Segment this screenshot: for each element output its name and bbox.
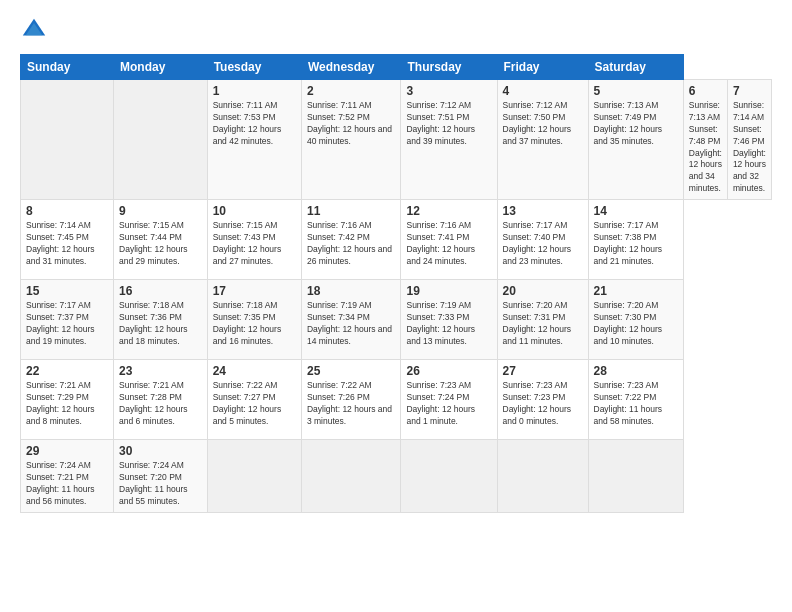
day-info: Sunrise: 7:15 AMSunset: 7:43 PMDaylight:… <box>213 220 296 268</box>
day-number: 13 <box>503 204 583 218</box>
day-info: Sunrise: 7:19 AMSunset: 7:33 PMDaylight:… <box>406 300 491 348</box>
empty-cell <box>21 80 114 200</box>
calendar-cell: 23Sunrise: 7:21 AMSunset: 7:28 PMDayligh… <box>114 360 208 440</box>
calendar-cell: 8Sunrise: 7:14 AMSunset: 7:45 PMDaylight… <box>21 200 114 280</box>
calendar-cell: 17Sunrise: 7:18 AMSunset: 7:35 PMDayligh… <box>207 280 301 360</box>
calendar-cell: 14Sunrise: 7:17 AMSunset: 7:38 PMDayligh… <box>588 200 683 280</box>
day-number: 29 <box>26 444 108 458</box>
calendar-cell: 24Sunrise: 7:22 AMSunset: 7:27 PMDayligh… <box>207 360 301 440</box>
day-info: Sunrise: 7:14 AMSunset: 7:46 PMDaylight:… <box>733 100 766 195</box>
day-number: 20 <box>503 284 583 298</box>
day-number: 23 <box>119 364 202 378</box>
day-info: Sunrise: 7:17 AMSunset: 7:40 PMDaylight:… <box>503 220 583 268</box>
day-info: Sunrise: 7:15 AMSunset: 7:44 PMDaylight:… <box>119 220 202 268</box>
day-info: Sunrise: 7:11 AMSunset: 7:53 PMDaylight:… <box>213 100 296 148</box>
calendar-cell: 4Sunrise: 7:12 AMSunset: 7:50 PMDaylight… <box>497 80 588 200</box>
day-number: 2 <box>307 84 396 98</box>
day-info: Sunrise: 7:23 AMSunset: 7:22 PMDaylight:… <box>594 380 678 428</box>
calendar-cell: 28Sunrise: 7:23 AMSunset: 7:22 PMDayligh… <box>588 360 683 440</box>
day-number: 18 <box>307 284 396 298</box>
calendar-cell <box>588 440 683 513</box>
day-number: 12 <box>406 204 491 218</box>
calendar-cell: 15Sunrise: 7:17 AMSunset: 7:37 PMDayligh… <box>21 280 114 360</box>
day-number: 17 <box>213 284 296 298</box>
calendar-cell: 3Sunrise: 7:12 AMSunset: 7:51 PMDaylight… <box>401 80 497 200</box>
day-info: Sunrise: 7:23 AMSunset: 7:23 PMDaylight:… <box>503 380 583 428</box>
day-info: Sunrise: 7:16 AMSunset: 7:41 PMDaylight:… <box>406 220 491 268</box>
calendar-cell: 20Sunrise: 7:20 AMSunset: 7:31 PMDayligh… <box>497 280 588 360</box>
day-number: 4 <box>503 84 583 98</box>
day-number: 28 <box>594 364 678 378</box>
day-number: 22 <box>26 364 108 378</box>
weekday-header-sunday: Sunday <box>21 55 114 80</box>
day-info: Sunrise: 7:13 AMSunset: 7:48 PMDaylight:… <box>689 100 722 195</box>
day-info: Sunrise: 7:24 AMSunset: 7:20 PMDaylight:… <box>119 460 202 508</box>
day-number: 3 <box>406 84 491 98</box>
calendar-table: SundayMondayTuesdayWednesdayThursdayFrid… <box>20 54 772 513</box>
weekday-header-thursday: Thursday <box>401 55 497 80</box>
day-number: 15 <box>26 284 108 298</box>
calendar-cell: 5Sunrise: 7:13 AMSunset: 7:49 PMDaylight… <box>588 80 683 200</box>
calendar-cell: 16Sunrise: 7:18 AMSunset: 7:36 PMDayligh… <box>114 280 208 360</box>
page-header <box>20 16 772 44</box>
day-number: 6 <box>689 84 722 98</box>
calendar-cell: 30Sunrise: 7:24 AMSunset: 7:20 PMDayligh… <box>114 440 208 513</box>
calendar-cell: 21Sunrise: 7:20 AMSunset: 7:30 PMDayligh… <box>588 280 683 360</box>
weekday-header-saturday: Saturday <box>588 55 683 80</box>
day-number: 21 <box>594 284 678 298</box>
weekday-header-monday: Monday <box>114 55 208 80</box>
day-info: Sunrise: 7:22 AMSunset: 7:27 PMDaylight:… <box>213 380 296 428</box>
calendar-cell: 6Sunrise: 7:13 AMSunset: 7:48 PMDaylight… <box>683 80 727 200</box>
day-info: Sunrise: 7:18 AMSunset: 7:36 PMDaylight:… <box>119 300 202 348</box>
day-number: 1 <box>213 84 296 98</box>
day-info: Sunrise: 7:14 AMSunset: 7:45 PMDaylight:… <box>26 220 108 268</box>
day-info: Sunrise: 7:24 AMSunset: 7:21 PMDaylight:… <box>26 460 108 508</box>
calendar-cell: 2Sunrise: 7:11 AMSunset: 7:52 PMDaylight… <box>301 80 401 200</box>
calendar-cell <box>497 440 588 513</box>
calendar-cell: 13Sunrise: 7:17 AMSunset: 7:40 PMDayligh… <box>497 200 588 280</box>
day-number: 10 <box>213 204 296 218</box>
day-number: 26 <box>406 364 491 378</box>
day-info: Sunrise: 7:17 AMSunset: 7:37 PMDaylight:… <box>26 300 108 348</box>
calendar-cell: 12Sunrise: 7:16 AMSunset: 7:41 PMDayligh… <box>401 200 497 280</box>
calendar-cell: 9Sunrise: 7:15 AMSunset: 7:44 PMDaylight… <box>114 200 208 280</box>
day-number: 9 <box>119 204 202 218</box>
calendar-cell: 19Sunrise: 7:19 AMSunset: 7:33 PMDayligh… <box>401 280 497 360</box>
day-number: 27 <box>503 364 583 378</box>
day-info: Sunrise: 7:12 AMSunset: 7:50 PMDaylight:… <box>503 100 583 148</box>
calendar-cell: 10Sunrise: 7:15 AMSunset: 7:43 PMDayligh… <box>207 200 301 280</box>
weekday-header-tuesday: Tuesday <box>207 55 301 80</box>
calendar-cell: 1Sunrise: 7:11 AMSunset: 7:53 PMDaylight… <box>207 80 301 200</box>
calendar-cell: 29Sunrise: 7:24 AMSunset: 7:21 PMDayligh… <box>21 440 114 513</box>
calendar-cell: 27Sunrise: 7:23 AMSunset: 7:23 PMDayligh… <box>497 360 588 440</box>
day-number: 16 <box>119 284 202 298</box>
day-number: 24 <box>213 364 296 378</box>
day-number: 8 <box>26 204 108 218</box>
calendar-cell <box>401 440 497 513</box>
weekday-header-wednesday: Wednesday <box>301 55 401 80</box>
weekday-header-friday: Friday <box>497 55 588 80</box>
day-number: 11 <box>307 204 396 218</box>
day-info: Sunrise: 7:21 AMSunset: 7:28 PMDaylight:… <box>119 380 202 428</box>
day-number: 14 <box>594 204 678 218</box>
day-info: Sunrise: 7:20 AMSunset: 7:31 PMDaylight:… <box>503 300 583 348</box>
day-info: Sunrise: 7:20 AMSunset: 7:30 PMDaylight:… <box>594 300 678 348</box>
day-info: Sunrise: 7:12 AMSunset: 7:51 PMDaylight:… <box>406 100 491 148</box>
day-info: Sunrise: 7:19 AMSunset: 7:34 PMDaylight:… <box>307 300 396 348</box>
calendar-cell <box>207 440 301 513</box>
calendar-cell: 11Sunrise: 7:16 AMSunset: 7:42 PMDayligh… <box>301 200 401 280</box>
logo-icon <box>20 16 48 44</box>
empty-cell <box>114 80 208 200</box>
day-info: Sunrise: 7:18 AMSunset: 7:35 PMDaylight:… <box>213 300 296 348</box>
day-info: Sunrise: 7:23 AMSunset: 7:24 PMDaylight:… <box>406 380 491 428</box>
weekday-header-row: SundayMondayTuesdayWednesdayThursdayFrid… <box>21 55 772 80</box>
calendar-cell: 25Sunrise: 7:22 AMSunset: 7:26 PMDayligh… <box>301 360 401 440</box>
calendar-cell: 22Sunrise: 7:21 AMSunset: 7:29 PMDayligh… <box>21 360 114 440</box>
day-info: Sunrise: 7:17 AMSunset: 7:38 PMDaylight:… <box>594 220 678 268</box>
calendar-cell: 18Sunrise: 7:19 AMSunset: 7:34 PMDayligh… <box>301 280 401 360</box>
day-number: 19 <box>406 284 491 298</box>
calendar-cell: 7Sunrise: 7:14 AMSunset: 7:46 PMDaylight… <box>727 80 771 200</box>
day-info: Sunrise: 7:21 AMSunset: 7:29 PMDaylight:… <box>26 380 108 428</box>
calendar-cell <box>301 440 401 513</box>
day-number: 7 <box>733 84 766 98</box>
